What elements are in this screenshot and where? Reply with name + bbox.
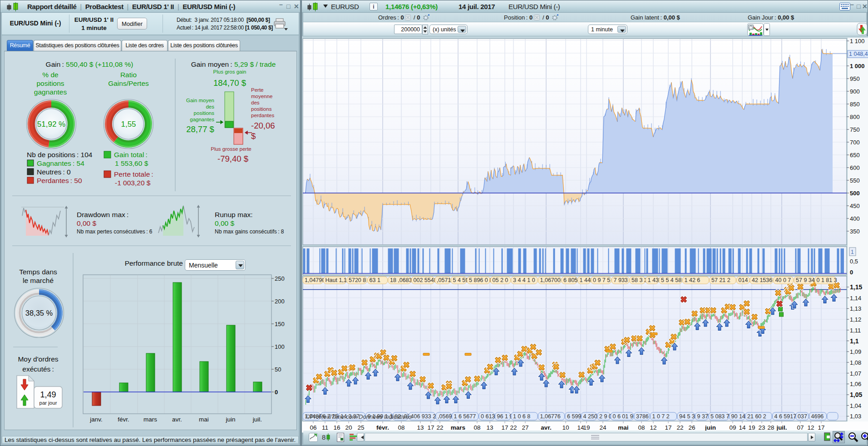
svg-text:4 6 5917: 4 6 5917 [774, 413, 797, 420]
svg-text:0 1 81 3: 0 1 81 3 [817, 277, 837, 283]
svg-text:50: 50 [275, 366, 281, 373]
svg-text:500: 500 [850, 190, 860, 197]
svg-text:gagnantes: gagnantes [34, 88, 67, 96]
svg-text:gagnantes: gagnantes [190, 117, 214, 122]
svg-text:1,04790: 1,04790 [305, 277, 325, 283]
svg-text:16: 16 [333, 424, 340, 431]
svg-text:1,11: 1,11 [850, 327, 861, 334]
svg-text:1,05: 1,05 [850, 391, 862, 398]
svg-text:Ratio: Ratio [120, 71, 137, 79]
svg-text:13: 13 [486, 424, 493, 431]
svg-text:25: 25 [357, 424, 364, 431]
svg-text:08: 08 [398, 424, 404, 431]
svg-text:26: 26 [688, 424, 695, 431]
svg-text:10: 10 [562, 424, 569, 431]
svg-text:24: 24 [599, 424, 607, 431]
svg-text:06: 06 [310, 424, 316, 431]
svg-text:650: 650 [850, 152, 860, 159]
svg-text:mars: mars [143, 416, 157, 423]
svg-text:21 60 2: 21 60 2 [747, 413, 766, 420]
svg-text:350: 350 [850, 228, 860, 235]
svg-text:184,70 $: 184,70 $ [213, 78, 246, 88]
svg-text:exécutés :: exécutés : [22, 365, 54, 373]
svg-text:17: 17 [427, 424, 434, 431]
svg-text:1 6 5677: 1 6 5677 [454, 413, 476, 420]
svg-text:19: 19 [583, 424, 590, 431]
svg-text:950: 950 [850, 75, 860, 82]
svg-text:1,1: 1,1 [850, 337, 859, 345]
svg-text:1,12: 1,12 [850, 316, 861, 323]
svg-text:févr.: févr. [118, 416, 129, 423]
svg-text:002 5548: 002 5548 [414, 277, 437, 283]
svg-text:08: 08 [473, 424, 480, 431]
svg-text:positions: positions [36, 79, 64, 87]
svg-text:1,06776: 1,06776 [540, 413, 561, 420]
svg-text:08: 08 [638, 424, 645, 431]
svg-text:150: 150 [275, 321, 285, 327]
svg-text:0 6 01 9: 0 6 01 9 [613, 413, 633, 420]
svg-text:14: 14 [739, 424, 746, 431]
svg-text:200: 200 [275, 298, 285, 305]
svg-text:positions: positions [251, 106, 272, 112]
svg-text:40 0 7: 40 0 7 [775, 277, 791, 283]
svg-text:Runup max:: Runup max: [215, 211, 253, 218]
svg-text:Gain moyen : 5,29 $ / trade: Gain moyen : 5,29 $ / trade [191, 60, 276, 68]
svg-text:perdantes: perdantes [251, 113, 274, 118]
svg-text:22: 22 [676, 424, 683, 431]
svg-text:Nb max gains consécutifs : 8: Nb max gains consécutifs : 8 [215, 228, 284, 235]
svg-text:-20,06: -20,06 [251, 121, 275, 130]
svg-text:Nb max pertes consécutives : 6: Nb max pertes consécutives : 6 [77, 228, 153, 235]
svg-text:57 21 2: 57 21 2 [711, 277, 730, 283]
svg-text:Performance brute: Performance brute [125, 259, 183, 267]
svg-text:1 000: 1 000 [850, 63, 865, 69]
svg-text:moyenne: moyenne [251, 94, 272, 99]
svg-text:850: 850 [850, 101, 860, 108]
svg-text:750: 750 [850, 126, 860, 133]
svg-text:févr.: févr. [376, 424, 389, 431]
svg-text:Plus grosse perte: Plus grosse perte [211, 146, 252, 152]
svg-text:Moy d'ordres: Moy d'ordres [18, 355, 58, 363]
svg-text:100: 100 [275, 343, 285, 350]
svg-text:0: 0 [275, 389, 278, 396]
svg-text:Gain : 550,40 $ (+110,08 %): Gain : 550,40 $ (+110,08 %) [46, 60, 133, 68]
svg-text:28,77 $: 28,77 $ [186, 124, 214, 134]
svg-text:Gain moyen: Gain moyen [186, 98, 214, 103]
svg-text:450: 450 [850, 203, 860, 209]
svg-text:0: 0 [850, 269, 853, 276]
svg-text:8: 8 [322, 433, 326, 441]
svg-text:3 4 4 1 0: 3 4 4 1 0 [513, 277, 535, 283]
svg-text:avr.: avr. [172, 416, 182, 423]
svg-text:05 2 0: 05 2 0 [493, 277, 508, 283]
svg-text:1 100: 1 100 [850, 38, 865, 45]
svg-text:le marché: le marché [23, 277, 54, 284]
svg-text:1,09: 1,09 [850, 348, 861, 355]
svg-text:1 42 6: 1 42 6 [685, 277, 700, 283]
svg-text:positions: positions [194, 110, 215, 116]
svg-text:1,14: 1,14 [850, 295, 861, 302]
svg-text:juil.: juil. [252, 416, 262, 423]
svg-text:Temps dans: Temps dans [19, 268, 57, 276]
svg-text:07: 07 [797, 424, 804, 431]
svg-text:1,08: 1,08 [850, 359, 861, 366]
svg-text:1,15: 1,15 [850, 283, 862, 291]
svg-text:1,04: 1,04 [850, 402, 861, 409]
svg-text:% de: % de [42, 71, 58, 79]
svg-text:0 9 7 5: 0 9 7 5 [593, 277, 610, 283]
svg-text:57 9 34: 57 9 34 [796, 277, 815, 283]
svg-text:1,06: 1,06 [850, 381, 861, 387]
svg-text:406 933 2: 406 933 2 [411, 413, 436, 420]
svg-text:0,00 $: 0,00 $ [215, 219, 234, 227]
svg-text:17: 17 [818, 424, 824, 431]
svg-text:51,92 %: 51,92 % [37, 120, 65, 129]
svg-text:400: 400 [850, 215, 860, 222]
svg-text:1,06700: 1,06700 [540, 277, 561, 283]
svg-text:-1 003,20 $: -1 003,20 $ [115, 179, 151, 187]
svg-text:juin: juin [705, 424, 716, 431]
svg-text:5 896 0 8: 5 896 0 8 [469, 277, 493, 283]
svg-text:Gagnantes : 54: Gagnantes : 54 [37, 159, 84, 167]
svg-text:par jour: par jour [39, 400, 57, 406]
svg-text:Haut 1,1: Haut 1,1 [326, 277, 347, 283]
svg-text:1,13: 1,13 [850, 305, 861, 312]
svg-text:09: 09 [729, 424, 736, 431]
svg-text:38,35 %: 38,35 % [25, 309, 53, 317]
